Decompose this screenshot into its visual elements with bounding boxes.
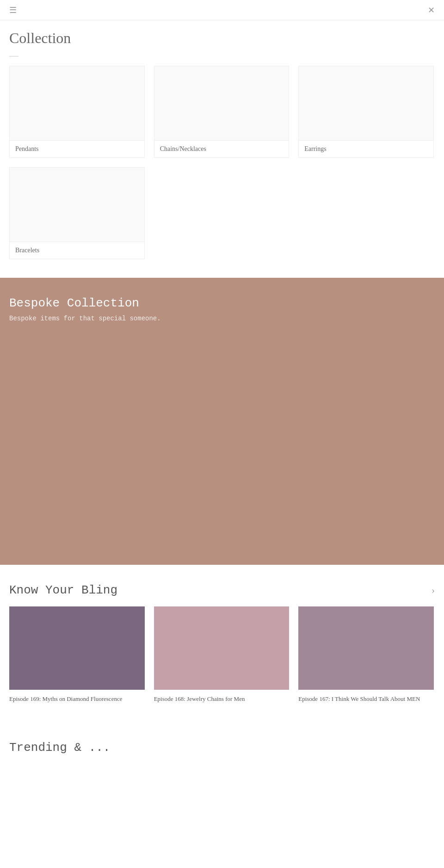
bespoke-subtitle: Bespoke items for that special someone. xyxy=(9,315,435,322)
trending-title: Trending & ... xyxy=(9,741,435,755)
collection-divider xyxy=(9,56,18,56)
know-grid: Episode 169: Myths on Diamond Fluorescen… xyxy=(9,606,435,704)
pendants-image xyxy=(10,66,144,140)
pendants-label: Pendants xyxy=(10,140,144,157)
bracelets-image xyxy=(10,168,144,242)
know-header-row: Know Your Bling › xyxy=(9,583,435,597)
ep167-label: Episode 167: I Think We Should Talk Abou… xyxy=(298,694,434,704)
collection-title: Collection xyxy=(9,30,435,47)
earrings-image xyxy=(299,66,433,140)
collection-card-pendants[interactable]: Pendants xyxy=(9,66,145,158)
know-card-ep167[interactable]: Episode 167: I Think We Should Talk Abou… xyxy=(298,606,434,704)
collection-card-bracelets[interactable]: Bracelets xyxy=(9,167,145,259)
chains-image xyxy=(154,66,289,140)
know-title: Know Your Bling xyxy=(9,583,117,597)
trending-section: Trending & ... xyxy=(0,722,444,773)
ep169-label: Episode 169: Myths on Diamond Fluorescen… xyxy=(9,694,145,704)
know-section: Know Your Bling › Episode 169: Myths on … xyxy=(0,565,444,722)
collection-section: Collection Pendants Chains/Necklaces Ear… xyxy=(0,20,444,278)
bracelets-label: Bracelets xyxy=(10,242,144,259)
know-card-ep169[interactable]: Episode 169: Myths on Diamond Fluorescen… xyxy=(9,606,145,704)
menu-icon[interactable]: ☰ xyxy=(9,5,17,15)
ep167-image xyxy=(298,606,434,690)
collection-card-earrings[interactable]: Earrings xyxy=(298,66,434,158)
know-card-ep168[interactable]: Episode 168: Jewelry Chains for Men xyxy=(154,606,290,704)
bespoke-section: Bespoke Collection Bespoke items for tha… xyxy=(0,278,444,565)
ep169-image xyxy=(9,606,145,690)
collection-card-chains[interactable]: Chains/Necklaces xyxy=(154,66,290,158)
know-arrow[interactable]: › xyxy=(432,585,435,596)
collection-grid: Pendants Chains/Necklaces Earrings Brace… xyxy=(9,66,435,259)
ep168-image xyxy=(154,606,290,690)
chains-label: Chains/Necklaces xyxy=(154,140,289,157)
search-icon[interactable]: ✕ xyxy=(428,5,435,15)
top-bar: ☰ ✕ xyxy=(0,0,444,20)
ep168-label: Episode 168: Jewelry Chains for Men xyxy=(154,694,290,704)
bespoke-title: Bespoke Collection xyxy=(9,296,435,310)
earrings-label: Earrings xyxy=(299,140,433,157)
